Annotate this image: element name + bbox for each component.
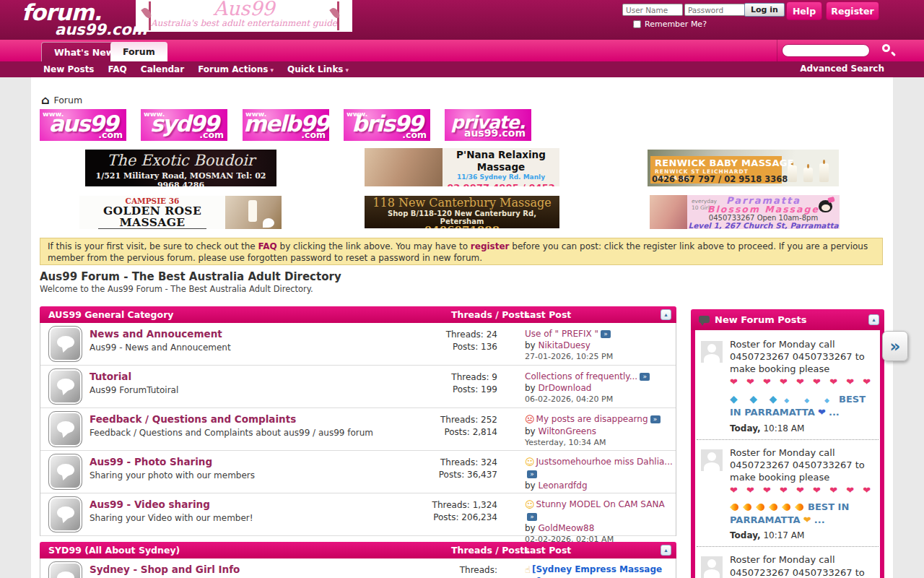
aus99-banner-ad[interactable]: Aus99 Australia's best adult entertainme… (136, 0, 352, 32)
ad-exotic-boudoir[interactable]: The Exotic Boudoir 1/521 Military Road, … (85, 150, 276, 186)
link-faq[interactable]: FAQ (108, 64, 127, 74)
category-title: SYD99 (All About Sydney) (48, 542, 180, 558)
forum-link[interactable]: Aus99 - Video sharing (90, 499, 210, 510)
forum-icon (48, 454, 82, 490)
menu-quick-links[interactable]: Quick Links▾ (287, 64, 349, 74)
forum-link[interactable]: Feedback / Questions and Complaints (90, 413, 296, 425)
collapse-icon[interactable]: ▴ (661, 545, 671, 556)
link-new-posts[interactable]: New Posts (43, 64, 95, 74)
banner-tld: .com (199, 129, 224, 140)
home-icon[interactable]: ⌂ (41, 95, 49, 105)
forum-link[interactable]: News and Annoucement (90, 328, 222, 340)
help-button[interactable]: Help (786, 1, 822, 20)
last-post-user[interactable]: NikitaDuesy (539, 340, 590, 350)
column-threads-posts: Threads / Posts (451, 542, 530, 558)
link-calendar[interactable]: Calendar (141, 64, 184, 74)
avatar (701, 556, 723, 578)
ad-golden-rose-massage[interactable]: CAMPSIE 36 GOLDEN ROSE MASSAGE 36 NORTH … (79, 196, 282, 229)
search-input[interactable] (782, 44, 870, 57)
last-post-link[interactable]: [Sydney Empress Massage 69] (525, 564, 662, 578)
pole-dancer-icon (337, 1, 339, 30)
forum-row-news: News and Annoucement Aus99 - News and An… (40, 323, 676, 366)
goto-last-post-icon[interactable]: » (601, 330, 611, 338)
register-button[interactable]: Register (826, 1, 879, 20)
blue-heart-icon: ❤ (818, 407, 826, 418)
ad-blossom-massage[interactable]: everyday 10 Girls Parramatta Blossom Mas… (650, 195, 840, 229)
banner-tld: .com (98, 129, 123, 140)
avatar (701, 449, 723, 471)
last-post-link[interactable]: Collections of frequently... (525, 371, 637, 381)
sidebar-expand-button[interactable]: » (882, 331, 908, 361)
search-button[interactable] (879, 42, 898, 60)
ad-renwick-massage[interactable]: RENWICK BABY MASSAGE RENWICK ST LEICHHAR… (648, 150, 839, 186)
forum-description: Aus99 ForumTutoiral (90, 385, 178, 395)
page-title: Aus99 Forum - The Best Australia Adult D… (40, 270, 341, 283)
search-icon (882, 44, 890, 52)
flame-icon (782, 502, 792, 512)
password-field[interactable] (684, 4, 745, 16)
last-post-user[interactable]: Leonardfdg (539, 480, 588, 491)
goto-last-post-icon[interactable]: » (527, 513, 537, 521)
collapse-icon[interactable]: ▴ (661, 309, 671, 320)
ad-pnana-massage[interactable]: P'Nana Relaxing Massage 11/36 Sydney Rd.… (365, 148, 559, 186)
remember-me-checkbox[interactable] (633, 20, 641, 28)
sidebar-post[interactable]: Roster for Monday call 0450723267 045073… (697, 547, 879, 578)
banner-aus99[interactable]: www. aus99 .com (40, 109, 126, 141)
ad-canterbury-massage[interactable]: 118 New Canterbury Massage Shop B/118-12… (365, 196, 559, 228)
goto-last-post-icon[interactable]: » (650, 415, 661, 423)
collapse-icon[interactable]: ▴ (868, 314, 879, 325)
post-title[interactable]: Roster for Monday call 0450723267 045073… (730, 553, 877, 578)
wink-emoji-icon: ☺ (525, 457, 535, 467)
banner-bris99[interactable]: www. bris99 .com (344, 109, 430, 141)
banner-private-aus99[interactable]: private. aus99.com (445, 109, 531, 141)
forum-row-tutorial: Tutorial Aus99 ForumTutoiral Threads: 9 … (40, 366, 676, 408)
goto-last-post-icon[interactable]: » (640, 373, 650, 381)
ad-address: 1/521 Military Road, MOSMAN Tel: 02 9968… (85, 171, 276, 186)
register-link[interactable]: register (471, 241, 510, 251)
last-post-user[interactable]: WiltonGreens (539, 426, 597, 436)
breadcrumb-forum[interactable]: Forum (53, 95, 82, 105)
category-rows-syd99: Sydney - Shop and Girl Info Talk about S… (40, 558, 676, 578)
username-field[interactable] (622, 4, 683, 16)
forum-link[interactable]: Aus99 - Photo Sharing (90, 456, 212, 467)
menu-forum-actions[interactable]: Forum Actions▾ (198, 64, 274, 74)
last-post: ☹My posts are disappearng» by WiltonGree… (525, 413, 674, 449)
goto-last-post-icon[interactable]: » (527, 470, 537, 478)
forum-icon (48, 326, 82, 362)
last-post-link[interactable]: Justsomehourhoe miss Dahlia... (536, 457, 673, 467)
chevron-down-icon: ▾ (270, 66, 274, 74)
faq-link[interactable]: FAQ (258, 241, 276, 251)
forum-icon (48, 368, 82, 405)
sidebar-post[interactable]: Roster for Monday call 0450723267 045073… (697, 440, 879, 548)
login-button[interactable]: Log in (744, 3, 785, 17)
tab-forum[interactable]: Forum (110, 42, 167, 61)
post-title[interactable]: Roster for Monday call 0450723267 045073… (730, 447, 877, 483)
heart-icons: ❤ ❤ ❤ ❤ ❤ ❤ ❤ ❤ ❤ (730, 376, 877, 387)
post-title-line2: BEST IN PARRAMATTA ❤ ... (730, 501, 877, 526)
last-post: Collections of frequently...» by DrDownl… (525, 371, 674, 405)
flame-icon (743, 502, 753, 512)
flame-icon (795, 502, 805, 512)
advanced-search-link[interactable]: Advanced Search (800, 64, 884, 74)
banner-tld: .com (301, 129, 326, 140)
forum-link[interactable]: Sydney - Shop and Girl Info (90, 564, 240, 575)
last-post: ☺Stunny MODEL On CAM SANA» by GoldMeow88… (525, 499, 674, 545)
ad-phone: 0406071888 (365, 225, 559, 228)
last-post-link[interactable]: My posts are disappearng (536, 414, 648, 424)
banner-melb99[interactable]: www. melb99 .com (243, 109, 329, 141)
forum-description: Aus99 - News and Annoucement (90, 342, 231, 353)
forum-homepage: forum. aus99.com Aus99 Australia's best … (0, 0, 924, 578)
last-post-user[interactable]: DrDownload (539, 383, 592, 393)
category-rows-aus99-general: News and Annoucement Aus99 - News and An… (40, 323, 676, 536)
site-logo[interactable]: forum. aus99.com (22, 1, 147, 38)
sidebar-post[interactable]: Roster for Monday call 0450723267 045073… (697, 332, 879, 440)
banner-syd99[interactable]: www. syd99 .com (141, 109, 227, 141)
last-post-link[interactable]: Stunny MODEL On CAM SANA (536, 499, 665, 509)
forum-stats: Threads: 61,376 (387, 564, 497, 578)
post-title[interactable]: Roster for Monday call 0450723267 045073… (730, 338, 877, 375)
last-post-user[interactable]: GoldMeow88 (539, 523, 595, 533)
search-icon-handle (891, 51, 896, 56)
last-post-link[interactable]: Use of " PREFIX " (525, 329, 598, 339)
remember-me[interactable]: Remember Me? (633, 20, 707, 29)
forum-link[interactable]: Tutorial (90, 371, 131, 382)
